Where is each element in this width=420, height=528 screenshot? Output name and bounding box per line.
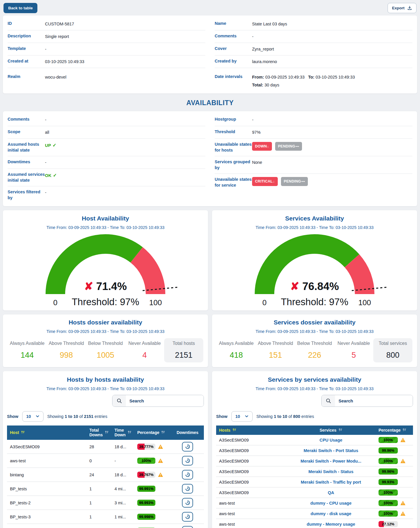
services-availability-table: Hosts Services Percentage A3SecESMO09 CP… [216, 425, 413, 528]
field-value: 97% [252, 129, 261, 136]
date-intervals-row: Date intervals From: 03-09-2025 10:49:33… [215, 71, 412, 91]
search-icon [322, 395, 335, 407]
column-header-host[interactable]: Host [7, 425, 86, 440]
warning-icon [158, 458, 163, 463]
stat: Never Available 4 [125, 338, 164, 362]
column-header-percentage[interactable]: Percentage [134, 425, 171, 440]
service-link[interactable]: QA [328, 490, 334, 495]
field-label: Downtimes [8, 159, 45, 165]
chevron-down-icon [245, 414, 249, 418]
history-icon [185, 444, 190, 449]
table-title: Hosts by hosts availability [7, 376, 204, 383]
services-search-input[interactable] [335, 395, 413, 407]
services-show-select[interactable]: 10 [231, 411, 253, 422]
downtimes-history-button[interactable] [182, 442, 193, 451]
time-down: 3 mi... [112, 496, 134, 510]
service-link[interactable]: Meraki Switch - Status [308, 469, 353, 474]
dossier-time-range: Time From: 03-09-2025 10:49:33 - Time To… [216, 329, 414, 334]
time-down: 18 d... [112, 468, 134, 482]
availability-config-card: Comments- Scopeall Assumed hosts initial… [3, 111, 417, 206]
stat: Always Available 144 [8, 338, 47, 362]
service-table-row: aws-test dummy - Memory usage 27.12% [216, 519, 413, 528]
field-value: State Last 03 days [252, 21, 287, 27]
gauge-time-range: Time From: 03-09-2025 10:49:33 - Time To… [6, 225, 205, 230]
field-value: Zyra_report [252, 46, 274, 52]
downtimes-history-button[interactable] [182, 526, 193, 528]
check-icon: ✓ [53, 143, 56, 148]
stat-label: Above Threshold [257, 341, 294, 346]
total-downs: 28 [86, 440, 112, 454]
gauge-title: Services Availability [215, 215, 414, 222]
percentage-pill: 100% [379, 489, 398, 496]
host-name: A3SecESMO09 [216, 466, 286, 477]
stat-value: 151 [257, 351, 294, 360]
service-link[interactable]: CPU Usage [320, 438, 342, 442]
time-down: 41 s... [112, 524, 134, 528]
service-link[interactable]: dummy - disk usage [310, 511, 351, 516]
field-label: Template [8, 46, 45, 52]
host-name: aws-test [216, 498, 286, 508]
downtimes-history-button[interactable] [182, 498, 193, 508]
back-to-table-button[interactable]: Back to table [4, 3, 37, 13]
time-down: 4 mi... [112, 482, 134, 496]
down-arrow-icon: ↓ [273, 179, 275, 184]
field-label: Name [215, 21, 252, 27]
percentage-pill: 100% [379, 458, 398, 464]
service-link[interactable]: Meraki Switch - Power Modu... [301, 459, 361, 463]
host-table-row: bintang 24 18 d... 39.767% [7, 468, 204, 482]
field-label: Description [8, 33, 45, 39]
downtimes-history-button[interactable] [182, 484, 193, 494]
hosts-show-select[interactable]: 10 [22, 411, 44, 422]
downtimes-history-button[interactable] [182, 512, 193, 522]
service-table-row: A3SecESMO09 CPU Usage 100% [216, 435, 413, 445]
stat-label: Always Available [9, 341, 46, 346]
service-link[interactable]: dummy - CPU usage [310, 501, 352, 506]
percentage-pill: 100% [379, 510, 398, 517]
stat-value: 2151 [165, 351, 202, 360]
field-label: Assumed services initial state [8, 172, 45, 183]
host-table-row: BP_tests-2 1 3 mi... 99.993% [7, 496, 204, 510]
percentage-pill: 100% [379, 500, 398, 506]
host-name: A3SecESMO09 [216, 435, 286, 445]
status-badge-pending: PENDING••• [275, 142, 302, 151]
downtimes-history-button[interactable] [182, 456, 193, 466]
field-label: Date intervals [215, 74, 252, 80]
sort-icon [105, 430, 109, 435]
export-button[interactable]: Export [388, 3, 416, 13]
assumed-services-state: OK✓ [45, 172, 57, 179]
history-icon [185, 472, 190, 477]
search-icon [112, 395, 126, 407]
field-label: Cover [215, 46, 252, 52]
date-intervals-value: From: 03-09-2025 10:49:33 To: 03-10-2025… [252, 74, 355, 88]
field-value: - [252, 33, 254, 40]
service-link[interactable]: Meraki Switch - Port Status [304, 448, 358, 453]
host-name: A3SecESMO09 [216, 477, 286, 487]
field-value: - [252, 117, 254, 123]
service-table-row: A3SecESMO09 Meraki Switch - Traffic by p… [216, 477, 413, 487]
dossier-title: Hosts dossier availability [6, 319, 204, 326]
svg-text:0: 0 [53, 298, 57, 307]
service-link[interactable]: Meraki Switch - Traffic by port [301, 480, 361, 484]
hosts-search-input[interactable] [126, 395, 204, 407]
percentage-pill: 27.12% [379, 521, 398, 527]
field-value: 03-10-2025 10:49:33 [45, 58, 84, 65]
column-header-hosts[interactable]: Hosts [216, 425, 286, 435]
downtimes-history-button[interactable] [182, 470, 193, 480]
column-header-percentage[interactable]: Percentage [376, 425, 413, 435]
field-label: Threshold [215, 129, 252, 135]
hosts-dossier-stats: Always Available 144 Above Threshold 998… [6, 338, 204, 362]
hosts-availability-table: Host Total Downs Time Down Percentage Do… [7, 425, 204, 528]
column-header-total-downs[interactable]: Total Downs [86, 425, 112, 440]
column-header-time-down[interactable]: Time Down [112, 425, 134, 440]
services-search-box [321, 395, 413, 407]
history-icon [185, 486, 190, 491]
field-value: - [45, 46, 46, 52]
column-header-services[interactable]: Services [286, 425, 376, 435]
host-name: BP_tests-2 [7, 496, 86, 510]
field-label: Hostgroup [215, 117, 252, 122]
svg-text:✘ 76.84%: ✘ 76.84% [290, 280, 339, 292]
stat: Always Available 418 [217, 338, 256, 362]
percentage-pill: 39.777% [137, 444, 155, 450]
percentage-pill: 99.993% [137, 500, 155, 506]
service-link[interactable]: dummy - Memory usage [307, 522, 355, 527]
